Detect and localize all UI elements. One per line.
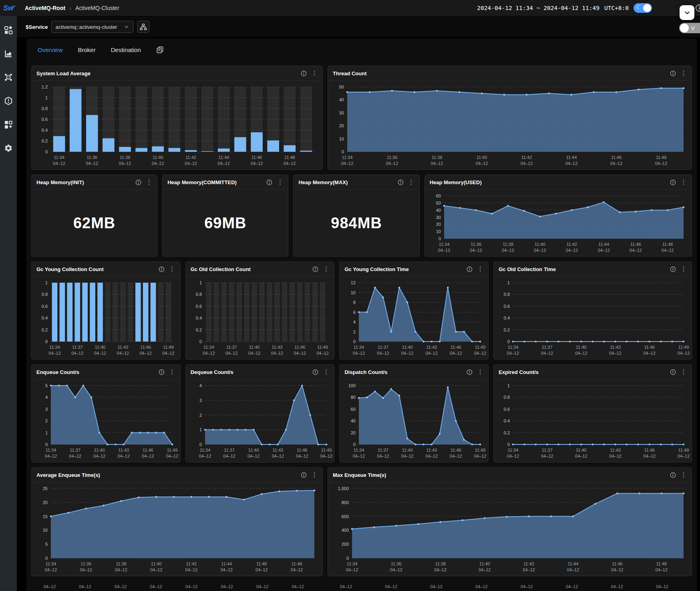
info-icon[interactable] (467, 266, 473, 272)
svg-text:20: 20 (351, 430, 356, 435)
svg-text:11:38: 11:38 (120, 155, 131, 160)
svg-text:600: 600 (342, 514, 349, 519)
timezone[interactable]: UTC+8:0 (604, 5, 629, 11)
kebab-menu-icon[interactable]: ⋮ (311, 70, 318, 76)
service-select[interactable]: activemq::activemq-cluster (51, 21, 133, 33)
breadcrumb-root[interactable]: ActiveMQ-Root (25, 5, 65, 11)
collapse-header-button[interactable] (680, 5, 694, 20)
svg-text:11:38: 11:38 (503, 242, 513, 247)
svg-text:04–12: 04–12 (678, 454, 690, 458)
svg-text:0: 0 (45, 556, 48, 561)
sidebar-item-alerting[interactable] (4, 96, 13, 105)
kebab-menu-icon[interactable]: ⋮ (408, 179, 414, 185)
info-icon[interactable] (695, 4, 700, 14)
svg-text:04–12: 04–12 (353, 351, 365, 356)
panel-row-2: Heap Memory(INIT) ⋮ 62MB Heap Memory(COM… (31, 175, 692, 257)
kebab-menu-icon[interactable]: ⋮ (146, 179, 152, 185)
info-icon[interactable] (159, 266, 165, 272)
kebab-menu-icon[interactable]: ⋮ (477, 266, 483, 272)
svg-text:04–12: 04–12 (534, 248, 546, 253)
panel-system-load-average: System Load Average ⋮ 00.20.40.60.811.21… (31, 66, 323, 170)
info-icon[interactable] (159, 369, 165, 375)
svg-text:11:37: 11:37 (70, 448, 80, 452)
info-icon[interactable] (670, 369, 676, 375)
average-enqueue-time-chart: 051015202511:3404–1211:3604–1211:3804–12… (32, 483, 322, 575)
dark-mode-toggle[interactable]: ☾ (634, 3, 652, 13)
svg-text:11:43: 11:43 (118, 448, 129, 452)
svg-text:200: 200 (342, 542, 349, 547)
info-icon[interactable] (266, 179, 272, 185)
svg-text:20: 20 (339, 123, 344, 128)
kebab-menu-icon[interactable]: ⋮ (680, 472, 687, 478)
svg-text:04–12: 04–12 (150, 567, 163, 572)
svg-text:11:37: 11:37 (542, 345, 553, 350)
tab-destination[interactable]: Destination (111, 46, 141, 53)
svg-text:04–12: 04–12 (353, 454, 365, 458)
kebab-menu-icon[interactable]: ⋮ (323, 369, 329, 375)
info-icon[interactable] (312, 369, 318, 375)
svg-text:1: 1 (507, 280, 510, 285)
svg-text:04–12: 04–12 (203, 351, 215, 356)
svg-text:11:48: 11:48 (656, 155, 667, 160)
service-select-value: activemq::activemq-cluster (56, 24, 117, 30)
info-icon[interactable] (135, 179, 141, 185)
svg-text:11:42: 11:42 (185, 155, 196, 160)
panel-max-enqueue-time: Max Enqueue Time(s) ⋮ 02004006008001,000… (328, 467, 692, 576)
info-icon[interactable] (467, 369, 473, 375)
tab-broker[interactable]: Broker (78, 46, 96, 53)
sidebar-item-settings[interactable] (4, 144, 13, 153)
panel-row-4: Enqueue Count/s ⋮ 01234511:3404–1211:370… (31, 364, 692, 462)
svg-text:04–12: 04–12 (575, 351, 587, 356)
kebab-menu-icon[interactable]: ⋮ (680, 70, 687, 76)
max-enqueue-time-chart: 02004006008001,00011:3404–1211:3604–1211… (329, 483, 691, 575)
svg-text:0.2: 0.2 (42, 328, 48, 332)
topology-icon (4, 73, 13, 82)
info-icon[interactable] (398, 179, 404, 185)
svg-text:0.4: 0.4 (504, 418, 510, 423)
sidebar-item-dashboards[interactable] (4, 26, 13, 34)
kebab-menu-icon[interactable]: ⋮ (169, 369, 175, 375)
sidebar-item-widgets[interactable] (4, 120, 13, 129)
kebab-menu-icon[interactable]: ⋮ (477, 369, 483, 375)
chevron-down-icon (684, 9, 691, 16)
info-icon[interactable] (670, 472, 676, 478)
svg-text:0.6: 0.6 (504, 407, 510, 412)
svg-text:04–12: 04–12 (346, 567, 358, 572)
info-icon[interactable] (670, 266, 676, 272)
copy-pages-icon[interactable] (156, 46, 164, 54)
info-icon[interactable] (301, 472, 307, 478)
kebab-menu-icon[interactable]: ⋮ (323, 266, 329, 272)
view-mode-toggle[interactable]: V (679, 23, 700, 33)
svg-text:04–12: 04–12 (575, 454, 587, 458)
tab-overview[interactable]: Overview (38, 46, 63, 53)
sidebar-item-topology[interactable] (4, 73, 13, 82)
svg-text:11:43: 11:43 (610, 448, 621, 452)
time-range[interactable]: 2024-04-12 11:34 ~ 2024-04-12 11:49 (477, 5, 599, 11)
svg-text:11:48: 11:48 (284, 155, 295, 160)
svg-text:2: 2 (353, 330, 356, 334)
svg-text:04–12: 04–12 (507, 454, 519, 458)
gc-young-time-chart: 02468101211:3404–1211:3704–1211:4004–121… (340, 277, 487, 358)
svg-text:04–12: 04–12 (474, 454, 487, 458)
svg-text:4: 4 (199, 383, 202, 388)
info-icon[interactable] (301, 70, 307, 76)
svg-text:04–12: 04–12 (523, 567, 535, 572)
kebab-menu-icon[interactable]: ⋮ (311, 472, 318, 478)
info-icon[interactable] (670, 179, 676, 185)
panel-gc-old-collection-count: Gc Old Collection Count ⋮ 00.20.40.60.81… (185, 261, 335, 360)
svg-text:04–12: 04–12 (507, 351, 519, 356)
kebab-menu-icon[interactable]: ⋮ (680, 266, 687, 272)
skywalking-logo[interactable]: Sw (0, 4, 17, 12)
sidebar-item-metrics[interactable] (4, 49, 13, 58)
svg-text:04–12: 04–12 (152, 161, 164, 166)
kebab-menu-icon[interactable]: ⋮ (277, 179, 283, 185)
info-icon[interactable] (670, 70, 676, 76)
svg-text:11:49: 11:49 (167, 448, 178, 452)
kebab-menu-icon[interactable]: ⋮ (169, 266, 175, 272)
kebab-menu-icon[interactable]: ⋮ (680, 369, 687, 375)
kebab-menu-icon[interactable]: ⋮ (680, 179, 687, 185)
service-topology-button[interactable] (137, 21, 149, 33)
svg-text:0.4: 0.4 (195, 316, 201, 320)
svg-text:0: 0 (507, 442, 510, 447)
info-icon[interactable] (312, 266, 318, 272)
